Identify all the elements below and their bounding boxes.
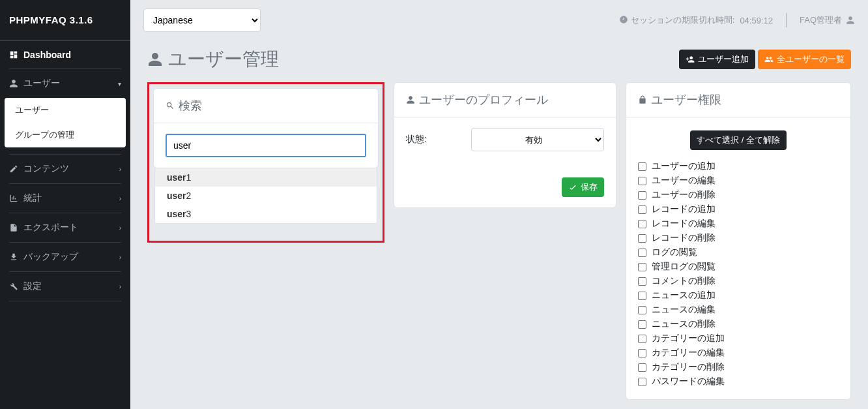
permission-item[interactable]: カテゴリーの追加	[638, 331, 839, 346]
admin-link[interactable]: FAQ管理者	[800, 14, 855, 26]
check-icon	[568, 183, 577, 192]
permission-label: ログの閲覧	[652, 247, 697, 258]
sidebar-item-user[interactable]: ユーザー ▾	[0, 69, 130, 98]
permission-label: カテゴリーの追加	[652, 333, 725, 344]
chevron-right-icon: ›	[119, 283, 121, 290]
permission-item[interactable]: レコードの追加	[638, 202, 839, 217]
user-search-input[interactable]	[166, 134, 366, 157]
sidebar-item-stats[interactable]: 統計 ›	[0, 184, 130, 213]
profile-card: ユーザーのプロフィール 状態: 有効	[394, 82, 616, 208]
checkbox-icon[interactable]	[638, 306, 646, 314]
permission-item[interactable]: ログの閲覧	[638, 245, 839, 260]
permission-label: ニュースの編集	[652, 304, 716, 316]
chevron-down-icon: ▾	[118, 80, 121, 87]
checkbox-icon[interactable]	[638, 277, 646, 286]
autocomplete-dropdown: user1 user2 user3	[154, 168, 377, 224]
clock-icon	[619, 15, 628, 26]
language-select[interactable]: Japanese	[143, 8, 261, 32]
permission-label: コメントの削除	[652, 275, 716, 287]
autocomplete-item[interactable]: user2	[155, 187, 377, 205]
permission-item[interactable]: レコードの削除	[638, 231, 839, 245]
permission-item[interactable]: カテゴリーの編集	[638, 346, 839, 360]
permission-item[interactable]: コメントの削除	[638, 274, 839, 288]
autocomplete-item[interactable]: user3	[155, 205, 377, 223]
permission-label: カテゴリーの編集	[652, 347, 725, 359]
permission-item[interactable]: ユーザーの編集	[638, 174, 839, 188]
sidebar-user-label: ユーザー	[23, 78, 60, 89]
profile-header-label: ユーザーのプロフィール	[419, 92, 548, 108]
user-icon	[406, 95, 415, 104]
checkbox-icon[interactable]	[638, 320, 646, 329]
sidebar-subitem-group[interactable]: グループの管理	[5, 123, 126, 147]
permission-item[interactable]: ユーザーの削除	[638, 188, 839, 202]
permission-label: ニュースの削除	[652, 318, 716, 330]
permission-item[interactable]: ニュースの追加	[638, 288, 839, 303]
checkbox-icon[interactable]	[638, 205, 646, 214]
checkbox-icon[interactable]	[638, 220, 646, 228]
edit-icon	[9, 164, 21, 174]
checkbox-icon[interactable]	[638, 162, 646, 171]
checkbox-icon[interactable]	[638, 263, 646, 271]
status-label: 状態:	[406, 134, 465, 145]
save-button[interactable]: 保存	[562, 177, 604, 197]
status-select[interactable]: 有効	[471, 128, 604, 151]
permission-label: パスワードの編集	[652, 376, 725, 387]
permissions-header-label: ユーザー権限	[651, 92, 721, 108]
chevron-right-icon: ›	[119, 195, 121, 202]
select-all-button[interactable]: すべて選択 / 全て解除	[690, 130, 787, 150]
permission-item[interactable]: パスワードの編集	[638, 374, 839, 389]
checkbox-icon[interactable]	[638, 335, 646, 343]
permission-item[interactable]: 管理ログの閲覧	[638, 260, 839, 274]
checkbox-icon[interactable]	[638, 349, 646, 357]
permission-label: ニュースの追加	[652, 290, 716, 301]
add-user-button[interactable]: ユーザー追加	[679, 50, 755, 69]
sidebar-user-subnav: ユーザー グループの管理	[5, 98, 126, 147]
sidebar-item-dashboard[interactable]: Dashboard	[0, 41, 130, 68]
checkbox-icon[interactable]	[638, 363, 646, 372]
sidebar-item-content[interactable]: コンテンツ ›	[0, 155, 130, 183]
sidebar-dashboard-label: Dashboard	[23, 50, 71, 60]
search-highlight: 検索 user1 user2 user3	[147, 82, 384, 243]
brand-title: PHPMYFAQ 3.1.6	[0, 0, 130, 40]
main-area: Japanese セッションの期限切れ時間: 04:59:12 FAQ管理者	[130, 0, 868, 409]
session-time: 04:59:12	[740, 16, 773, 25]
user-icon	[9, 79, 21, 88]
checkbox-icon[interactable]	[638, 177, 646, 185]
checkbox-icon[interactable]	[638, 234, 646, 243]
sidebar-item-settings[interactable]: 設定 ›	[0, 272, 130, 301]
session-label: セッションの期限切れ時間:	[631, 14, 735, 26]
permission-item[interactable]: ニュースの編集	[638, 303, 839, 317]
checkbox-icon[interactable]	[638, 378, 646, 386]
permission-label: ユーザーの編集	[652, 175, 716, 187]
topbar-right: セッションの期限切れ時間: 04:59:12 FAQ管理者	[619, 13, 855, 27]
sidebar-item-export[interactable]: エクスポート ›	[0, 213, 130, 242]
permission-list: ユーザーの追加ユーザーの編集ユーザーの削除レコードの追加レコードの編集レコードの…	[638, 159, 839, 389]
checkbox-icon[interactable]	[638, 292, 646, 300]
sidebar: PHPMYFAQ 3.1.6 Dashboard ユーザー ▾ ユーザー グルー…	[0, 0, 130, 409]
permission-item[interactable]: ニュースの削除	[638, 317, 839, 331]
topbar: Japanese セッションの期限切れ時間: 04:59:12 FAQ管理者	[130, 0, 868, 40]
chevron-right-icon: ›	[119, 166, 121, 173]
permission-label: カテゴリーの削除	[652, 361, 725, 373]
user-plus-icon	[686, 55, 695, 64]
checkbox-icon[interactable]	[638, 191, 646, 200]
sidebar-backup-label: バックアップ	[23, 251, 78, 263]
permission-item[interactable]: カテゴリーの削除	[638, 360, 839, 374]
page-title: ユーザー管理	[147, 47, 279, 72]
permission-item[interactable]: レコードの編集	[638, 217, 839, 231]
file-icon	[9, 223, 21, 232]
permissions-card: ユーザー権限 すべて選択 / 全て解除 ユーザーの追加ユーザーの編集ユーザーの削…	[626, 82, 851, 400]
all-users-button[interactable]: 全ユーザーの一覧	[758, 50, 851, 69]
sidebar-subitem-user[interactable]: ユーザー	[5, 98, 126, 123]
user-icon	[147, 52, 163, 67]
search-icon	[166, 101, 175, 110]
search-card: 検索	[153, 88, 379, 168]
stats-icon	[9, 194, 21, 203]
permission-item[interactable]: ユーザーの追加	[638, 159, 839, 174]
permission-label: レコードの追加	[652, 204, 716, 215]
permission-label: レコードの編集	[652, 218, 716, 230]
sidebar-item-backup[interactable]: バックアップ ›	[0, 243, 130, 271]
checkbox-icon[interactable]	[638, 249, 646, 257]
autocomplete-item[interactable]: user1	[155, 168, 377, 187]
sidebar-stats-label: 統計	[23, 192, 42, 204]
